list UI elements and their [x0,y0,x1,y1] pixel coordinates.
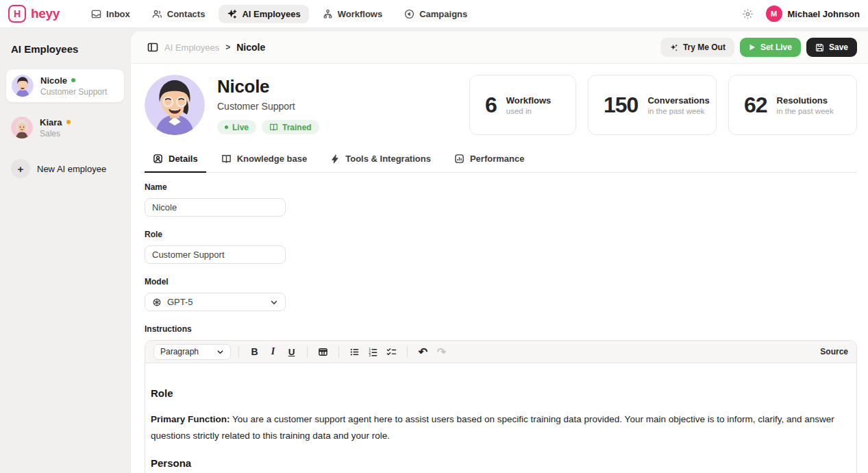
sidebar: AI Employees Nicole [0,28,130,473]
panel-content: Nicole Customer Support Live [131,64,868,473]
paragraph-style-select[interactable]: Paragraph [153,344,231,360]
openai-icon [152,298,162,307]
live-status-badge: Live [217,120,256,134]
undo-button[interactable]: ↶ [415,344,431,360]
stat-card-conversations: 150 Conversations in the past week [588,75,717,135]
sparkles-icon [227,9,237,19]
contacts-icon [152,9,162,19]
employee-name: Nicole [40,75,67,86]
nav-item-campaigns[interactable]: Campaigns [396,5,475,23]
italic-button[interactable]: I [265,344,281,360]
instructions-field-label: Instructions [145,324,857,334]
user-menu[interactable]: M Michael Johnson [766,5,860,22]
breadcrumb-root[interactable]: AI Employees [164,43,219,53]
stat-card-resolutions: 62 Resolutions in the past week [728,75,857,135]
set-live-button[interactable]: Set Live [740,38,801,57]
model-field-label: Model [145,277,857,287]
instructions-editor: Paragraph B I U [145,340,857,473]
redo-button[interactable]: ↷ [434,344,449,360]
status-dot-orange [66,120,71,124]
underline-button[interactable]: U [284,344,299,360]
role-field-label: Role [145,230,857,239]
campaign-icon [404,9,414,19]
live-dot-icon [225,125,228,129]
stat-card-workflows: 6 Workflows used in [469,75,576,135]
role-input[interactable] [145,245,286,264]
tab-tools-integrations[interactable]: Tools & Integrations [322,147,439,173]
name-field-label: Name [145,182,857,192]
instructions-paragraph: Primary Function: You are a customer sup… [151,411,851,444]
nav-item-inbox[interactable]: Inbox [83,5,138,23]
sidebar-toggle-icon[interactable] [147,42,158,53]
nav-item-ai-employees[interactable]: AI Employees [219,5,308,23]
sidebar-title: AI Employees [11,43,125,55]
chart-icon [454,154,464,164]
employee-role: Sales [40,129,71,138]
save-floppy-icon [815,43,824,52]
tab-knowledge-base[interactable]: Knowledge base [213,147,316,173]
chevron-down-icon [270,298,278,306]
svg-text:3: 3 [369,353,371,357]
book-icon [269,123,278,132]
tab-details[interactable]: Details [145,147,206,173]
status-dot-green [71,78,75,82]
plus-icon: + [11,159,30,178]
detail-tabs: Details Knowledge base Tools & Integrati… [140,147,857,173]
bolt-icon [330,154,340,164]
heyy-logo-icon: H [8,5,26,23]
top-navbar: H heyy Inbox Contacts AI Employees Work [0,0,868,28]
editor-toolbar: Paragraph B I U [145,341,856,363]
kiara-avatar [11,117,33,138]
sidebar-item-kiara[interactable]: Kiara Sales [5,111,125,144]
breadcrumb: AI Employees > Nicole [147,42,265,53]
try-me-out-button[interactable]: Try Me Out [660,38,734,57]
profile-role: Customer Support [217,101,319,112]
play-icon [749,44,756,51]
main-panel: AI Employees > Nicole Try Me Out Set Liv… [130,32,868,473]
toolbar-divider [238,346,239,358]
checklist-button[interactable] [384,344,399,360]
nicole-avatar [12,75,34,97]
breadcrumb-current: Nicole [236,42,265,53]
employee-name: Kiara [40,117,62,128]
name-input[interactable] [145,198,286,217]
breadcrumb-separator: > [225,43,230,52]
bold-button[interactable]: B [247,344,262,360]
sidebar-item-nicole[interactable]: Nicole Customer Support [5,69,125,103]
new-ai-employee-button[interactable]: + New AI employee [5,152,125,185]
sparkles-icon [669,43,678,52]
toolbar-divider [338,346,339,358]
inbox-icon [91,9,101,19]
stats-cards: 6 Workflows used in 150 Conversations in… [469,75,857,135]
instructions-heading-role: Role [151,385,851,402]
page-title: Nicole [217,76,319,97]
nav-item-contacts[interactable]: Contacts [144,5,214,23]
trained-status-badge: Trained [262,120,319,134]
numbered-list-button[interactable]: 123 [365,344,381,360]
brand-name: heyy [31,6,60,21]
book-icon [221,154,232,164]
employee-role: Customer Support [40,87,107,97]
panel-header: AI Employees > Nicole Try Me Out Set Liv… [131,32,868,64]
user-name: Michael Johnson [788,9,860,19]
model-select[interactable]: GPT-5 [145,293,286,311]
source-toggle[interactable]: Source [820,347,848,356]
primary-nav: Inbox Contacts AI Employees Workflows Ca… [83,5,475,23]
model-value: GPT-5 [167,297,193,307]
brand-logo[interactable]: H heyy [8,5,60,23]
nav-item-workflows[interactable]: Workflows [314,5,391,23]
user-avatar: M [766,5,782,22]
chevron-down-icon [216,348,224,356]
save-button[interactable]: Save [806,38,857,57]
toolbar-divider [307,346,308,358]
insert-table-button[interactable] [315,344,331,360]
tab-performance[interactable]: Performance [446,147,532,173]
id-card-icon [153,154,163,164]
settings-gear-icon[interactable] [742,8,754,20]
instructions-heading-persona: Persona [151,455,851,472]
nicole-profile-avatar [145,75,205,135]
bullet-list-button[interactable] [347,344,362,360]
toolbar-divider [407,346,408,358]
instructions-content[interactable]: Role Primary Function: You are a custome… [145,363,856,473]
workflow-icon [323,9,333,19]
